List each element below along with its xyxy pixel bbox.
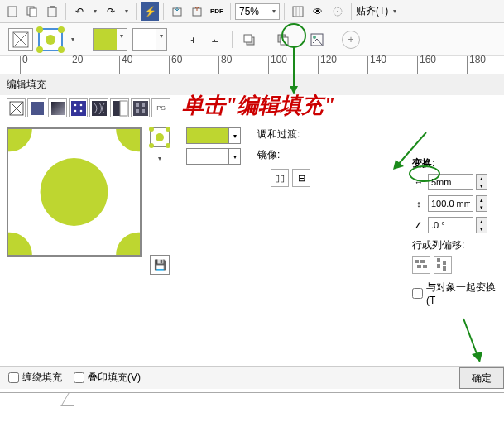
svg-point-17 <box>36 26 43 33</box>
angle-spinner[interactable]: ▴▾ <box>476 217 487 233</box>
svg-point-33 <box>74 109 76 112</box>
zoom-input[interactable] <box>236 6 269 17</box>
svg-rect-37 <box>120 101 127 116</box>
svg-rect-7 <box>293 7 303 17</box>
svg-point-26 <box>313 36 316 39</box>
overprint-checkbox[interactable]: 叠印填充(V) <box>74 371 141 385</box>
bg-color-swatch[interactable]: ▾ <box>132 28 167 51</box>
svg-rect-55 <box>420 260 425 263</box>
add-icon[interactable]: + <box>342 31 360 49</box>
paste-icon[interactable] <box>43 2 61 21</box>
angle-icon: ∠ <box>412 218 425 232</box>
align-v-icon[interactable]: ⫠ <box>206 31 224 49</box>
svg-rect-0 <box>8 7 17 17</box>
front-icon[interactable] <box>274 31 292 49</box>
svg-rect-40 <box>142 103 145 107</box>
svg-point-52 <box>149 143 154 148</box>
new-icon[interactable] <box>3 2 22 21</box>
ruler-tick: 20 <box>70 56 83 74</box>
pdf-icon[interactable]: PDF <box>208 2 226 21</box>
color2-picker[interactable]: ▾ <box>186 148 241 165</box>
thumb-pattern[interactable] <box>150 127 170 147</box>
fg-color-swatch[interactable]: ▾ <box>93 28 127 51</box>
svg-rect-54 <box>415 260 419 263</box>
color1-picker[interactable]: ▾ <box>186 127 241 144</box>
fill-postscript-icon[interactable]: PS <box>151 98 170 117</box>
ruler-tick: 160 <box>417 56 436 74</box>
zoom-combo[interactable]: ▾ <box>235 3 280 20</box>
height-icon: ↕ <box>412 197 425 210</box>
ruler-tick: 120 <box>318 56 337 74</box>
ruler-tick: 60 <box>169 56 182 74</box>
svg-rect-57 <box>423 265 427 268</box>
fill-bitmap-icon[interactable] <box>131 98 150 117</box>
height-input[interactable] <box>428 195 473 212</box>
guides-icon[interactable] <box>329 2 347 21</box>
svg-line-66 <box>463 319 478 356</box>
svg-rect-36 <box>113 101 120 116</box>
panel-title: 编辑填充 <box>0 74 504 95</box>
undo-dropdown[interactable]: ▾ <box>90 4 100 19</box>
align-h-icon[interactable]: ⫞ <box>183 31 201 49</box>
with-object-checkbox[interactable]: 与对象一起变换(T <box>412 281 501 306</box>
pattern-preview <box>7 127 142 257</box>
height-spinner[interactable]: ▴▾ <box>476 195 487 212</box>
fill-pattern-icon[interactable] <box>69 98 88 117</box>
snap-dropdown[interactable]: ▾ <box>390 4 400 19</box>
width-spinner[interactable]: ▴▾ <box>476 174 487 190</box>
fill-type-row: PS <box>0 95 504 121</box>
fill-gradient-icon[interactable] <box>48 98 67 117</box>
svg-rect-41 <box>136 109 139 113</box>
blend-label: 调和过渡: <box>257 127 300 141</box>
ok-button[interactable]: 确定 <box>459 367 504 389</box>
svg-point-53 <box>166 143 170 148</box>
import-icon[interactable] <box>168 2 186 21</box>
bottom-bar: 缠绕填充 叠印填充(V) <box>0 366 504 389</box>
svg-rect-22 <box>244 35 252 42</box>
with-object-label: 与对象一起变换(T <box>426 281 501 306</box>
toolbar-fill: ▾ ▾ ▾ ⫞ ⫠ + <box>0 23 504 56</box>
snap-grid-icon[interactable] <box>289 2 307 21</box>
thumb-dropdown[interactable]: ▾ <box>155 151 165 165</box>
mirror-h-button[interactable]: ▯▯ <box>271 169 289 187</box>
edit-fill-button[interactable] <box>308 31 326 49</box>
width-input[interactable] <box>428 174 473 190</box>
copy-icon[interactable] <box>23 2 41 21</box>
snap-label[interactable]: 贴齐(T) <box>356 4 388 18</box>
undo-icon[interactable]: ↶ <box>70 2 89 21</box>
svg-rect-2 <box>30 8 36 17</box>
transform-heading: 变换: <box>412 156 501 170</box>
svg-rect-59 <box>437 264 440 268</box>
fill-none-icon[interactable] <box>7 98 26 117</box>
svg-rect-4 <box>50 6 55 8</box>
mirror-v-button[interactable]: ⊟ <box>292 169 310 187</box>
tab-marker[interactable] <box>60 393 81 406</box>
export-icon[interactable] <box>188 2 206 21</box>
fill-twocolor-icon[interactable] <box>110 98 129 117</box>
fill-texture-icon[interactable] <box>89 98 108 117</box>
sync-icon[interactable]: ⚡ <box>141 2 159 21</box>
behind-icon[interactable] <box>240 31 258 49</box>
svg-rect-24 <box>281 37 288 45</box>
svg-point-34 <box>79 109 82 112</box>
svg-point-44 <box>41 158 108 226</box>
svg-rect-42 <box>142 109 145 113</box>
fill-type-pattern[interactable] <box>38 28 63 51</box>
pattern-dropdown[interactable]: ▾ <box>68 32 78 47</box>
ruler-tick: 40 <box>119 56 132 74</box>
offset-row-button[interactable] <box>412 256 430 274</box>
mirror-label: 镜像: <box>257 148 280 162</box>
wrap-fill-checkbox[interactable]: 缠绕填充 <box>8 371 62 385</box>
svg-point-18 <box>58 26 65 33</box>
view-icon[interactable]: 👁 <box>309 2 327 21</box>
redo-icon[interactable]: ↷ <box>102 2 120 21</box>
offset-col-button[interactable] <box>434 256 452 274</box>
annotation-arrow-3 <box>459 314 484 364</box>
fill-solid-icon[interactable] <box>27 98 46 117</box>
angle-input[interactable] <box>428 217 473 233</box>
redo-dropdown[interactable]: ▾ <box>122 4 132 19</box>
zoom-dropdown[interactable]: ▾ <box>269 4 279 19</box>
save-pattern-icon[interactable]: 💾 <box>150 255 170 275</box>
fill-type-cross[interactable] <box>8 28 33 51</box>
svg-rect-3 <box>48 7 56 17</box>
